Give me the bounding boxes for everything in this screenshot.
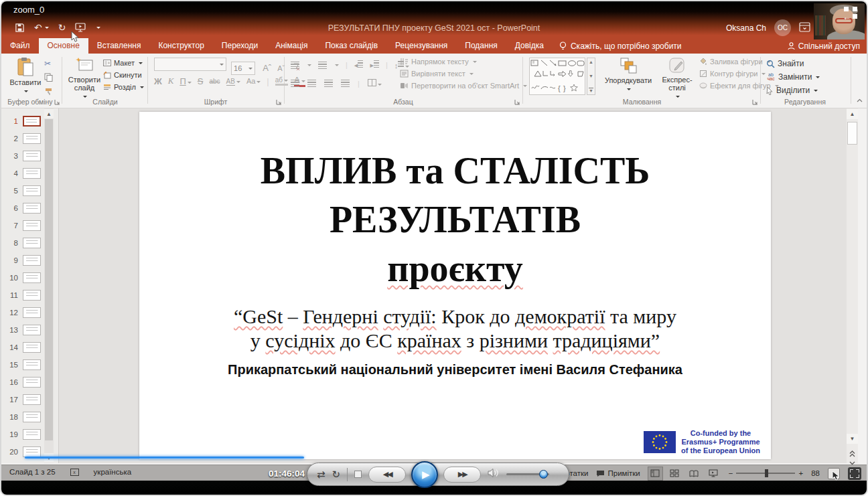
character-spacing-button[interactable]: АВ (226, 78, 240, 85)
fit-slide-button[interactable] (828, 468, 840, 479)
repeat-icon[interactable]: ↻ (332, 469, 341, 481)
previous-slide-button[interactable] (847, 448, 858, 459)
cut-icon[interactable]: ✂ (44, 59, 53, 68)
select-button[interactable]: Виділити (766, 86, 820, 95)
zoom-out-button[interactable]: − (729, 469, 733, 477)
copy-icon[interactable] (44, 73, 53, 83)
italic-button[interactable]: К (168, 76, 174, 86)
tab-Показ слайдів[interactable]: Показ слайдів (316, 38, 386, 54)
main-scrollbar-thumb[interactable] (847, 122, 857, 145)
tab-Переходи[interactable]: Переходи (213, 38, 267, 54)
paste-button[interactable]: Вставити (8, 57, 43, 94)
font-size-combo[interactable]: 16 (231, 62, 255, 75)
zoom-slider-thumb[interactable] (765, 469, 768, 477)
drawing-dialog-launcher[interactable] (752, 99, 758, 105)
section-button[interactable]: Розділ (103, 83, 144, 91)
tab-Файл[interactable]: Файл (1, 38, 39, 54)
numbering-button[interactable] (318, 62, 327, 69)
zoom-slider[interactable] (736, 473, 795, 474)
paragraph-dialog-launcher[interactable] (514, 99, 520, 105)
video-progress-bar[interactable] (25, 457, 304, 459)
tab-Рецензування[interactable]: Рецензування (386, 38, 456, 54)
slide[interactable]: ВПЛИВ та СТАЛІСТЬ РЕЗУЛЬТАТІВ проєкту “G… (139, 112, 771, 459)
tell-me-box[interactable]: Скажіть, що потрібно зробити (553, 38, 689, 54)
slide-sorter-view-button[interactable] (668, 467, 682, 480)
tab-Довідка[interactable]: Довідка (506, 38, 553, 54)
format-painter-icon[interactable] (44, 88, 53, 97)
normal-view-button[interactable] (648, 467, 662, 480)
collapse-ribbon-button[interactable] (856, 97, 863, 105)
volume-slider[interactable] (506, 473, 549, 475)
forward-button[interactable]: ▶▶ (443, 467, 481, 483)
find-button[interactable]: Знайти (766, 59, 820, 68)
spellcheck-icon[interactable]: x (70, 469, 79, 476)
quick-styles-icon (668, 57, 686, 74)
scroll-up-icon[interactable]: ▲ (847, 109, 858, 119)
fullscreen-icon[interactable] (848, 467, 861, 480)
font-dialog-launcher[interactable] (276, 99, 282, 105)
replace-button[interactable]: abчас Замінити (766, 72, 820, 82)
thumb-scroll-up-icon[interactable]: ▲ (44, 109, 54, 118)
justify-button[interactable] (341, 80, 350, 87)
slideshow-view-button[interactable] (707, 467, 721, 480)
shape-gallery[interactable]: { } (529, 58, 585, 95)
volume-icon[interactable] (488, 468, 500, 481)
scroll-down-icon[interactable]: ▼ (847, 434, 858, 444)
tab-Подання[interactable]: Подання (456, 38, 506, 54)
arrange-button[interactable]: Упорядкувати (601, 57, 656, 92)
thumb-scrollbar-thumb[interactable] (45, 119, 53, 440)
volume-knob[interactable] (539, 470, 548, 479)
exit-fullscreen-icon[interactable]: ← (843, 7, 859, 21)
shrink-font-button[interactable]: Аˇ (277, 64, 285, 72)
bullets-button[interactable] (291, 62, 299, 69)
new-slide-button[interactable]: Створити слайд (67, 57, 102, 100)
slide-title[interactable]: ВПЛИВ та СТАЛІСТЬ РЕЗУЛЬТАТІВ проєкту (139, 147, 771, 293)
account-name[interactable]: Oksana Ch (726, 23, 766, 33)
change-case-button[interactable]: Aa (246, 77, 261, 85)
zoom-percentage[interactable]: 88 (811, 469, 820, 477)
decrease-indent-button[interactable]: ◂ (354, 60, 364, 70)
play-button[interactable]: ▶ (411, 461, 438, 488)
text-direction-button[interactable]: Напрямок тексту (400, 58, 527, 66)
reading-view-button[interactable] (687, 467, 701, 480)
shuffle-icon[interactable]: ⇄ (317, 469, 326, 481)
tab-Конструктор[interactable]: Конструктор (149, 38, 212, 54)
tab-Вставлення[interactable]: Вставлення (88, 38, 150, 54)
comments-button[interactable]: Примітки (596, 469, 640, 477)
grow-font-button[interactable]: Аˆ (263, 63, 271, 73)
gallery-down-icon[interactable]: ▼ (589, 74, 593, 78)
main-scrollbar[interactable]: ▲ ▼ (847, 108, 858, 463)
gallery-more-icon[interactable]: ▼ (589, 88, 593, 93)
strikethrough-button[interactable]: S (198, 76, 204, 86)
convert-smartart-button[interactable]: Перетворити на об'єкт SmartArt (400, 82, 527, 90)
increase-indent-button[interactable]: ▸ (370, 60, 379, 70)
align-right-button[interactable] (324, 80, 333, 87)
align-center-button[interactable] (307, 80, 316, 87)
text-shadow-button[interactable]: abc (209, 78, 220, 85)
reset-button[interactable]: Скинути (103, 71, 144, 79)
columns-button[interactable] (368, 79, 382, 88)
slide-university-line[interactable]: Прикарпатський національний університет … (139, 362, 771, 378)
align-left-button[interactable] (291, 80, 299, 87)
underline-button[interactable]: П (179, 76, 191, 86)
slide-quote[interactable]: “GeSt – Гендерні студії: Крок до демокра… (139, 305, 771, 353)
rewind-button[interactable]: ◀◀ (368, 467, 406, 483)
thumbnail-scrollbar[interactable]: ▲ ▼ (44, 108, 54, 463)
share-button[interactable]: Спільний доступ (788, 38, 860, 54)
language-indicator[interactable]: українська (94, 468, 132, 476)
zoom-in-button[interactable]: + (798, 469, 803, 477)
highlight-color-button[interactable]: аб (275, 76, 288, 86)
clipboard-dialog-launcher[interactable] (54, 99, 60, 105)
tab-Анімація[interactable]: Анімація (267, 38, 316, 54)
gallery-up-icon[interactable]: ▲ (589, 60, 593, 64)
align-text-button[interactable]: Вирівняти текст (400, 70, 527, 78)
quick-styles-button[interactable]: Експрес-стилі (658, 57, 697, 100)
layout-button[interactable]: Макет (103, 59, 144, 67)
shape-gallery-scrollbar[interactable]: ▲ ▼ ▼ (587, 58, 595, 95)
bold-button[interactable]: Ж (154, 76, 162, 86)
ribbon-display-options-icon[interactable] (799, 22, 810, 34)
font-name-combo[interactable] (154, 58, 226, 71)
stop-button[interactable] (354, 471, 362, 478)
tab-Основне[interactable]: Основне (39, 38, 88, 54)
avatar[interactable]: OC (774, 19, 791, 36)
